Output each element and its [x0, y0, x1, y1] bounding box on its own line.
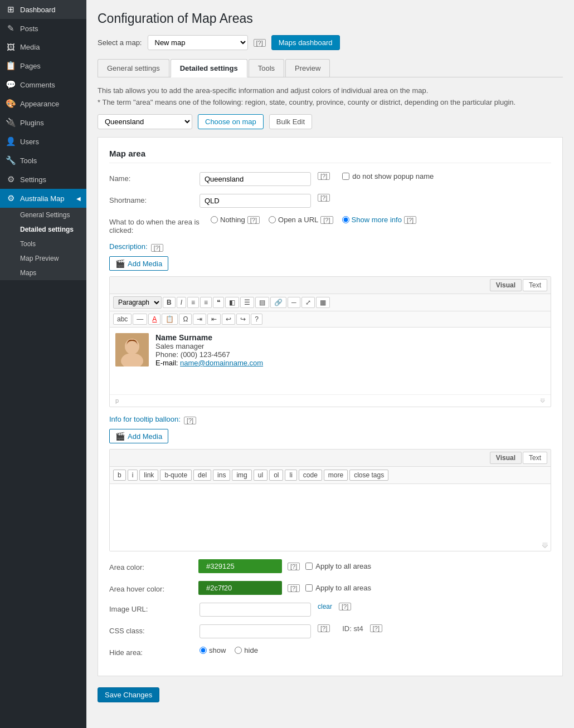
- shortname-input[interactable]: [200, 194, 311, 208]
- shortname-help[interactable]: [?]: [318, 194, 330, 202]
- align-left-btn[interactable]: ◧: [225, 297, 239, 308]
- tab-tools[interactable]: Tools: [249, 59, 284, 77]
- paragraph-select[interactable]: Paragraph: [113, 296, 162, 309]
- quote-btn[interactable]: ❝: [213, 297, 224, 308]
- do-not-show-checkbox[interactable]: [342, 173, 349, 180]
- sidebar-item-users[interactable]: 👤 Users: [0, 132, 86, 151]
- sidebar-item-posts[interactable]: ✎ Posts: [0, 19, 86, 38]
- ul-btn[interactable]: ≡: [187, 297, 199, 308]
- editor-email-link[interactable]: name@domainname.com: [180, 359, 263, 367]
- tag-li[interactable]: li: [285, 470, 296, 481]
- do-not-show-label[interactable]: do not show popup name: [342, 172, 434, 180]
- sidebar-sub-detailed-settings[interactable]: Detailed settings: [0, 222, 86, 237]
- url-help[interactable]: [?]: [320, 216, 333, 224]
- apply-all-areas-2[interactable]: Apply to all areas: [305, 584, 371, 592]
- tag-more[interactable]: more: [324, 470, 348, 481]
- outdent-btn[interactable]: ⇤: [207, 314, 221, 325]
- add-media-button[interactable]: 🎬 Add Media: [109, 256, 168, 271]
- tag-del[interactable]: del: [193, 470, 211, 481]
- tooltip-help[interactable]: [?]: [184, 417, 196, 424]
- name-help[interactable]: [?]: [318, 172, 330, 180]
- sidebar-item-appearance[interactable]: 🎨 Appearance: [0, 94, 86, 113]
- tooltip-add-media-button[interactable]: 🎬 Add Media: [109, 429, 168, 443]
- tag-close-tags[interactable]: close tags: [349, 470, 388, 481]
- sidebar-sub-tools[interactable]: Tools: [0, 237, 86, 251]
- paste-btn[interactable]: 📋: [162, 314, 178, 325]
- tag-img[interactable]: img: [232, 470, 251, 481]
- ol-btn[interactable]: ≡: [200, 297, 212, 308]
- tooltip-text-tab[interactable]: Text: [523, 452, 547, 464]
- help-btn[interactable]: ?: [251, 314, 262, 325]
- css-id-help[interactable]: [?]: [370, 624, 382, 632]
- editor-body[interactable]: Name Surname Sales manager Phone: (000) …: [110, 328, 551, 394]
- show-radio[interactable]: show: [200, 646, 226, 654]
- css-class-help[interactable]: [?]: [318, 624, 330, 632]
- tag-ins[interactable]: ins: [213, 470, 230, 481]
- map-select-help[interactable]: [?]: [254, 39, 266, 47]
- apply-all-areas-1[interactable]: Apply to all areas: [305, 562, 371, 570]
- tag-link[interactable]: link: [139, 470, 158, 481]
- tab-detailed[interactable]: Detailed settings: [171, 59, 247, 77]
- description-help[interactable]: [?]: [151, 244, 163, 252]
- sidebar-item-pages[interactable]: 📋 Pages: [0, 56, 86, 75]
- area-select-dropdown[interactable]: Queensland: [98, 114, 192, 129]
- bold-btn[interactable]: B: [163, 297, 176, 308]
- image-url-input[interactable]: [200, 603, 311, 617]
- editor-visual-tab[interactable]: Visual: [490, 279, 522, 291]
- sidebar-item-plugins[interactable]: 🔌 Plugins: [0, 113, 86, 132]
- tab-general[interactable]: General settings: [98, 59, 169, 77]
- area-hover-help[interactable]: [?]: [288, 584, 300, 592]
- tooltip-resize[interactable]: ⟱: [110, 540, 551, 551]
- nothing-help[interactable]: [?]: [247, 216, 260, 224]
- strikethrough-btn[interactable]: abc: [113, 314, 132, 325]
- apply-all-checkbox-1[interactable]: [305, 563, 313, 570]
- map-select-dropdown[interactable]: New map: [148, 35, 248, 50]
- sidebar-item-media[interactable]: 🖼 Media: [0, 38, 86, 56]
- tag-b-quote[interactable]: b-quote: [160, 470, 192, 481]
- css-class-input[interactable]: [200, 624, 311, 638]
- sidebar-item-settings[interactable]: ⚙ Settings: [0, 170, 86, 189]
- table-btn[interactable]: ▦: [316, 297, 330, 308]
- italic-btn[interactable]: I: [177, 297, 186, 308]
- radio-nothing[interactable]: Nothing [?]: [211, 216, 260, 224]
- special-char-btn[interactable]: Ω: [179, 314, 192, 325]
- hr-btn[interactable]: ─: [288, 297, 300, 308]
- fullscreen-btn[interactable]: ⤢: [301, 297, 315, 308]
- sidebar-item-australia-map[interactable]: ⚙ Australia Map ◀: [0, 189, 86, 208]
- sidebar-sub-maps[interactable]: Maps: [0, 266, 86, 280]
- sidebar-item-dashboard[interactable]: ⊞ Dashboard: [0, 0, 86, 19]
- align-right-btn[interactable]: ▤: [255, 297, 269, 308]
- bulk-edit-button[interactable]: Bulk Edit: [269, 114, 312, 129]
- editor-text-tab[interactable]: Text: [523, 279, 547, 291]
- name-input[interactable]: [200, 172, 311, 186]
- tag-code[interactable]: code: [299, 470, 322, 481]
- tooltip-body[interactable]: [110, 484, 551, 540]
- tag-ol[interactable]: ol: [269, 470, 283, 481]
- tag-b[interactable]: b: [113, 470, 126, 481]
- resize-handle[interactable]: ⟱: [540, 397, 545, 404]
- sidebar-sub-map-preview[interactable]: Map Preview: [0, 251, 86, 266]
- align-center-btn[interactable]: ☰: [240, 297, 254, 308]
- undo-btn[interactable]: ↩: [222, 314, 235, 325]
- save-changes-button[interactable]: Save Changes: [98, 687, 159, 702]
- sidebar-item-tools[interactable]: 🔧 Tools: [0, 151, 86, 170]
- sidebar-item-comments[interactable]: 💬 Comments: [0, 75, 86, 94]
- tooltip-visual-tab[interactable]: Visual: [490, 452, 522, 464]
- area-hover-swatch[interactable]: #2c7f20: [198, 581, 282, 595]
- text-color-btn[interactable]: A: [148, 314, 160, 325]
- tab-preview[interactable]: Preview: [285, 59, 330, 77]
- image-url-help[interactable]: [?]: [339, 603, 351, 610]
- link-btn[interactable]: 🔗: [270, 297, 286, 308]
- area-color-swatch[interactable]: #329125: [198, 559, 282, 573]
- image-url-clear[interactable]: clear: [318, 603, 332, 610]
- indent-btn[interactable]: ⇥: [193, 314, 206, 325]
- radio-show-more-info[interactable]: Show more info [?]: [342, 216, 417, 224]
- maps-dashboard-button[interactable]: Maps dashboard: [271, 35, 340, 50]
- choose-on-map-button[interactable]: Choose on map: [198, 114, 264, 129]
- divider-btn[interactable]: —: [133, 314, 147, 325]
- sidebar-sub-general-settings[interactable]: General Settings: [0, 208, 86, 222]
- hide-radio[interactable]: hide: [235, 646, 258, 654]
- area-color-help[interactable]: [?]: [288, 563, 300, 570]
- radio-open-url[interactable]: Open a URL [?]: [269, 216, 333, 224]
- more-help[interactable]: [?]: [404, 216, 416, 224]
